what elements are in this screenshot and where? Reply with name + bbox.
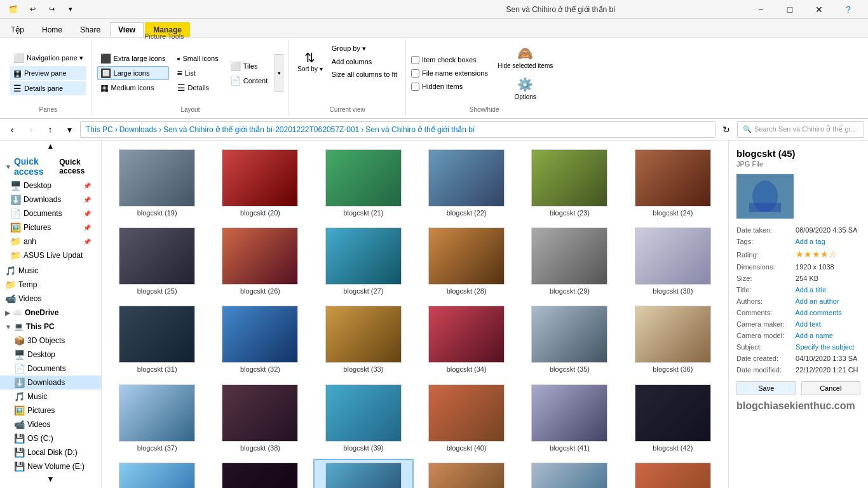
file-item-47[interactable]: blogcskt (47) (519, 459, 620, 488)
restore-btn[interactable]: □ (775, 0, 804, 19)
file-item-29[interactable]: blogcskt (29) (519, 224, 620, 299)
cancel-button[interactable]: Cancel (801, 381, 861, 395)
tab-home[interactable]: Home (34, 22, 71, 37)
sidebar-item-videos[interactable]: 📹 Videos (0, 292, 101, 306)
file-item-26[interactable]: blogcskt (26) (210, 224, 310, 299)
file-item-25[interactable]: blogcskt (25) (107, 224, 207, 299)
sidebar-item-new-e[interactable]: 💾 New Volume (E:) (0, 459, 101, 473)
sidebar-item-pictures-quick[interactable]: 🖼️ Pictures 📌 (5, 220, 96, 234)
size-columns-btn[interactable]: Size all columns to fit (329, 69, 400, 80)
item-checkboxes-cb[interactable] (411, 56, 419, 64)
file-item-35[interactable]: blogcskt (35) (519, 302, 620, 377)
file-item-38[interactable]: blogcskt (38) (210, 381, 310, 456)
file-item-33[interactable]: blogcskt (33) (313, 302, 414, 377)
file-item-19[interactable]: blogcskt (19) (107, 146, 207, 221)
file-item-27[interactable]: blogcskt (27) (313, 224, 414, 299)
sidebar-item-3d[interactable]: 📦 3D Objects (0, 334, 101, 348)
recent-locations-btn[interactable]: ▾ (61, 121, 78, 138)
path-current[interactable]: Sen và Chihiro ở thế giới thần bí (365, 125, 475, 134)
file-item-37[interactable]: blogcskt (37) (107, 381, 207, 456)
file-extensions-toggle[interactable]: File name extensions (411, 68, 488, 79)
file-item-28[interactable]: blogcskt (28) (416, 224, 517, 299)
sidebar-item-local-d[interactable]: 💾 Local Disk (D:) (0, 445, 101, 459)
file-item-34[interactable]: blogcskt (34) (416, 302, 517, 377)
navigation-pane-btn[interactable]: ⬜ Navigation pane ▾ (10, 51, 86, 65)
large-icons-btn[interactable]: 🔲 Large icons (97, 66, 169, 80)
file-item-45[interactable]: blogcskt (45) (313, 459, 414, 488)
tab-view[interactable]: View (110, 22, 144, 37)
address-path[interactable]: This PC › Downloads › Sen và Chihiro ở t… (80, 121, 715, 138)
group-by-btn[interactable]: Group by ▾ (329, 43, 400, 55)
add-columns-btn[interactable]: Add columns (329, 56, 400, 67)
sidebar-item-downloads-quick[interactable]: ⬇️ Downloads 📌 (5, 193, 96, 207)
hidden-items-cb[interactable] (411, 83, 419, 91)
forward-btn[interactable]: › (23, 121, 39, 138)
file-item-46[interactable]: blogcskt (46) (416, 459, 517, 488)
qat-dropdown-btn[interactable]: ▾ (62, 1, 79, 18)
sidebar-item-downloads-pc[interactable]: ⬇️ Downloads (0, 376, 101, 390)
path-downloads[interactable]: Downloads (119, 125, 157, 134)
medium-icons-btn[interactable]: ▦ Medium icons (97, 81, 169, 95)
extra-large-icons-btn[interactable]: ⬛ Extra large icons (97, 51, 169, 65)
file-item-24[interactable]: blogcskt (24) (623, 146, 723, 221)
save-button[interactable]: Save (736, 381, 796, 395)
file-item-41[interactable]: blogcskt (41) (519, 381, 620, 456)
rating-stars[interactable]: ★★★★☆ (796, 249, 837, 259)
file-item-22[interactable]: blogcskt (22) (416, 146, 517, 221)
onedrive-header[interactable]: ▶ ☁️ OneDrive (0, 306, 101, 320)
sidebar-item-anh[interactable]: 📁 anh 📌 (5, 234, 96, 248)
undo-btn[interactable]: ↩ (24, 1, 41, 18)
back-btn[interactable]: ‹ (4, 121, 20, 138)
list-btn[interactable]: ≡ List (174, 66, 222, 80)
sidebar-item-desktop-pc[interactable]: 🖥️ Desktop (0, 348, 101, 362)
up-btn[interactable]: ↑ (42, 121, 58, 138)
path-folder[interactable]: Sen và Chihiro ở thế giới thần bí-202012… (163, 125, 359, 134)
file-extensions-cb[interactable] (411, 69, 419, 78)
sidebar-scroll-down[interactable]: ▼ (0, 473, 101, 485)
file-item-31[interactable]: blogcskt (31) (107, 302, 207, 377)
file-item-21[interactable]: blogcskt (21) (313, 146, 414, 221)
file-item-44[interactable]: blogcskt (44) (210, 459, 310, 488)
layout-expand-btn[interactable]: ▾ (275, 54, 283, 92)
sidebar-scroll-up[interactable]: ▲ (0, 140, 101, 152)
quick-access-header[interactable]: ▼ Quick access Quick access (5, 154, 96, 179)
file-item-20[interactable]: blogcskt (20) (210, 146, 310, 221)
details-btn[interactable]: ☰ Details (174, 81, 222, 95)
details-pane-btn[interactable]: ☰ Details pane (10, 81, 86, 95)
file-item-30[interactable]: blogcskt (30) (623, 224, 723, 299)
sidebar-item-music-pc[interactable]: 🎵 Music (0, 390, 101, 403)
tiles-btn[interactable]: ⬜ Tiles (227, 59, 271, 73)
sidebar-item-documents-quick[interactable]: 📄 Documents 📌 (5, 207, 96, 220)
file-item-40[interactable]: blogcskt (40) (416, 381, 517, 456)
hide-selected-btn[interactable]: 🙈 Hide selected items (493, 43, 557, 72)
file-item-32[interactable]: blogcskt (32) (210, 302, 310, 377)
file-item-48[interactable]: blogcskt (48) (623, 459, 723, 488)
path-this-pc[interactable]: This PC (86, 125, 113, 134)
item-checkboxes-toggle[interactable]: Item check boxes (411, 55, 488, 65)
tab-tep[interactable]: Tệp (3, 22, 32, 37)
sidebar-item-videos-pc[interactable]: 📹 Videos (0, 417, 101, 431)
this-pc-header[interactable]: ▼ 💻 This PC (0, 320, 101, 334)
search-box[interactable]: 🔍 Search Sen và Chihiro ở thể gi... (737, 121, 864, 138)
options-btn[interactable]: ⚙️ Options (510, 74, 541, 104)
help-btn[interactable]: ? (834, 0, 863, 19)
small-icons-btn[interactable]: ▪ Small icons (174, 51, 222, 65)
preview-pane-btn[interactable]: ▦ Preview pane (10, 66, 86, 80)
file-item-23[interactable]: blogcskt (23) (519, 146, 620, 221)
close-btn[interactable]: ✕ (804, 0, 834, 19)
sidebar-item-pictures-pc[interactable]: 🖼️ Pictures (0, 403, 101, 417)
sidebar-item-os-c[interactable]: 💾 OS (C:) (0, 431, 101, 445)
sidebar-item-desktop-quick[interactable]: 🖥️ Desktop 📌 (5, 179, 96, 193)
sidebar-item-asus[interactable]: 📁 ASUS Live Updat (5, 248, 96, 262)
refresh-btn[interactable]: ↻ (718, 121, 735, 138)
system-icon-btn[interactable]: 🗂️ (5, 1, 22, 18)
file-item-43[interactable]: blogcskt (43) (107, 459, 207, 488)
hidden-items-toggle[interactable]: Hidden items (411, 81, 488, 92)
file-item-39[interactable]: blogcskt (39) (313, 381, 414, 456)
minimize-btn[interactable]: − (746, 0, 775, 19)
file-item-36[interactable]: blogcskt (36) (623, 302, 723, 377)
sidebar-item-documents-pc[interactable]: 📄 Documents (0, 362, 101, 376)
file-item-42[interactable]: blogcskt (42) (623, 381, 723, 456)
content-btn[interactable]: 📄 Content (227, 74, 271, 88)
redo-btn[interactable]: ↪ (43, 1, 60, 18)
